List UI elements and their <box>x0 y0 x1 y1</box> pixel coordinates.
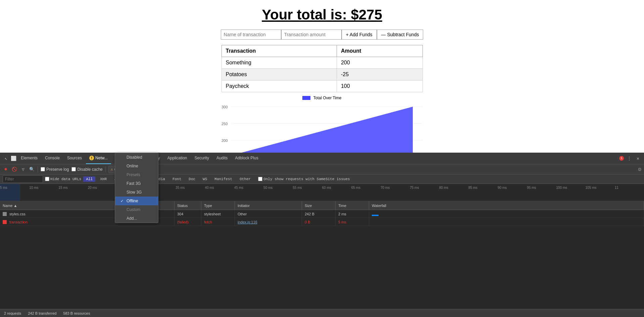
more-options-icon[interactable]: ⋮ <box>626 155 633 162</box>
cell-transaction: Potatoes <box>221 69 337 81</box>
preserve-log-label[interactable]: Preserve log <box>41 167 69 172</box>
legend-label: Total Over Time <box>313 96 341 100</box>
timeline-tick-label: 5 ms <box>0 186 7 190</box>
disable-cache-label[interactable]: Disable cache <box>71 167 102 172</box>
cell-waterfall-transaction <box>369 218 644 226</box>
cell-type-transaction: fetch <box>201 218 235 226</box>
initiator-link-transaction[interactable]: index.js:116 <box>238 220 257 224</box>
samesite-label[interactable]: Only show requests with SameSite issues <box>258 177 350 181</box>
cell-waterfall-styles <box>369 210 644 218</box>
samesite-checkbox[interactable] <box>258 177 262 181</box>
filter-xhr[interactable]: XHR <box>97 176 109 182</box>
tab-elements[interactable]: Elements <box>17 153 41 164</box>
tab-adblock[interactable]: Adblock Plus <box>232 153 261 164</box>
timeline-inner: 5 ms10 ms15 ms20 ms25 ms30 ms35 ms40 ms4… <box>0 185 644 201</box>
col-waterfall[interactable]: Waterfall <box>369 201 644 210</box>
svg-marker-7 <box>232 107 413 155</box>
svg-text:300: 300 <box>221 105 228 109</box>
hide-data-urls-text: Hide data URLs <box>50 177 81 181</box>
hide-data-urls-label[interactable]: Hide data URLs <box>45 177 81 181</box>
devtools-tabs: ↖ ⬜ Elements Console Sources ! Netw... P… <box>0 153 644 164</box>
devtools-toolbar: ● 🚫 ▽ 🔍 Preserve log Disable cache ⚠ Off… <box>0 164 644 174</box>
dropdown-item[interactable]: Slow 3G <box>115 188 158 197</box>
tab-application[interactable]: Application <box>164 153 191 164</box>
filter-font[interactable]: Font <box>170 176 184 182</box>
tab-security[interactable]: Security <box>191 153 212 164</box>
legend-color-swatch <box>302 96 310 100</box>
dropdown-item[interactable]: Fast 3G <box>115 179 158 188</box>
timeline-tick-label: 95 ms <box>527 186 536 190</box>
cell-amount: 200 <box>337 57 423 69</box>
tab-console[interactable]: Console <box>42 153 63 164</box>
add-funds-button[interactable]: + Add Funds <box>342 30 377 40</box>
subtract-funds-button[interactable]: — Subtract Funds <box>377 30 424 40</box>
timeline-tick-label: 75 ms <box>410 186 419 190</box>
dropdown-item[interactable]: Disabled <box>115 153 158 162</box>
record-button[interactable]: ● <box>3 166 9 172</box>
dropdown-item[interactable]: Presets <box>115 170 158 179</box>
tab-sources[interactable]: Sources <box>64 153 85 164</box>
transaction-amount-input[interactable] <box>281 30 342 40</box>
search-icon[interactable]: 🔍 <box>29 166 35 172</box>
cell-transaction: Paycheck <box>221 81 337 92</box>
timeline-tick-label: 10 ms <box>29 186 38 190</box>
network-table: Name ▲ Status Type Initiator Size Time W… <box>0 201 644 309</box>
cursor-icon[interactable]: ↖ <box>3 155 9 162</box>
dropdown-item[interactable]: ✓Offline <box>115 197 158 205</box>
timeline-tick-label: 35 ms <box>176 186 185 190</box>
col-time[interactable]: Time <box>336 201 369 210</box>
file-icon-transaction <box>3 220 7 224</box>
hide-data-urls-checkbox[interactable] <box>45 177 49 181</box>
clear-button[interactable]: 🚫 <box>11 166 17 172</box>
dropdown-item[interactable]: Online <box>115 162 158 170</box>
page-title: Your total is: $275 <box>262 7 382 23</box>
network-row-transaction[interactable]: transaction (failed) fetch index.js:116 … <box>0 218 644 226</box>
filter-manifest[interactable]: Manifest <box>212 176 235 182</box>
preserve-log-text: Preserve log <box>46 167 69 172</box>
cell-status-transaction: (failed) <box>175 218 201 226</box>
disable-cache-text: Disable cache <box>77 167 102 172</box>
filter-ws[interactable]: WS <box>200 176 210 182</box>
col-status[interactable]: Status <box>175 201 201 210</box>
separator-1 <box>38 166 38 172</box>
timeline-tick-label: 11 <box>615 186 618 190</box>
settings-icon[interactable]: ⚙ <box>638 166 641 173</box>
col-size[interactable]: Size <box>302 201 336 210</box>
timeline-tick-label: 45 ms <box>234 186 243 190</box>
close-devtools-icon[interactable]: ✕ <box>635 155 641 162</box>
tab-right-controls: 1 ⋮ ✕ <box>619 155 641 162</box>
network-row-styles[interactable]: styles.css 304 stylesheet Other 242 B 2 … <box>0 210 644 218</box>
disable-cache-checkbox[interactable] <box>71 167 76 171</box>
filter-icon[interactable]: ▽ <box>20 166 26 172</box>
tab-audits[interactable]: Audits <box>213 153 231 164</box>
filter-input[interactable] <box>3 175 43 183</box>
tab-network[interactable]: ! Netw... <box>86 153 111 164</box>
cell-amount: -25 <box>337 69 423 81</box>
device-icon[interactable]: ⬜ <box>10 155 17 162</box>
col-header-amount: Amount <box>337 45 423 57</box>
dropdown-item[interactable]: Add... <box>115 214 158 223</box>
timeline-tick-label: 105 ms <box>586 186 597 190</box>
tab-network-label: Netw... <box>95 156 108 160</box>
dropdown-item[interactable]: Custom <box>115 205 158 214</box>
filter-other[interactable]: Other <box>237 176 253 182</box>
network-throttle-dropdown: DisabledOnlinePresetsFast 3GSlow 3G✓Offl… <box>115 153 158 223</box>
filter-doc[interactable]: Doc <box>186 176 198 182</box>
timeline-tick-label: 55 ms <box>293 186 302 190</box>
timeline-tick-label: 70 ms <box>381 186 390 190</box>
chart-legend: Total Over Time <box>218 96 426 100</box>
col-initiator[interactable]: Initiator <box>235 201 302 210</box>
col-type[interactable]: Type <box>201 201 235 210</box>
timeline-tick-label: 15 ms <box>58 186 67 190</box>
timeline-tick-label: 80 ms <box>439 186 448 190</box>
cell-initiator-transaction: index.js:116 <box>235 218 302 226</box>
network-header: Name ▲ Status Type Initiator Size Time W… <box>0 201 644 210</box>
devtools-footer: 2 requests 242 B transferred 583 B resou… <box>0 309 644 317</box>
timeline-tick-label: 40 ms <box>205 186 214 190</box>
samesite-text: Only show requests with SameSite issues <box>263 177 350 181</box>
preserve-log-checkbox[interactable] <box>41 167 45 171</box>
footer-transferred: 242 B transferred <box>28 311 56 315</box>
filter-all[interactable]: All <box>83 176 95 182</box>
waterfall-bar-styles <box>372 215 379 216</box>
transaction-name-input[interactable] <box>221 30 281 40</box>
